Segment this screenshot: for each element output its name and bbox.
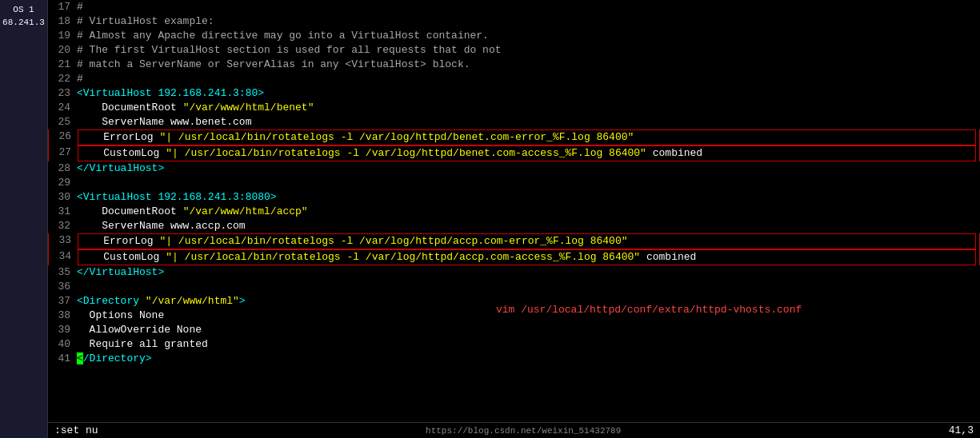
line-number: 23	[48, 86, 77, 101]
line-content: # VirtualHost example:	[77, 14, 980, 29]
line-content: </VirtualHost>	[77, 265, 980, 280]
line-content: <VirtualHost 192.168.241.3:80>	[77, 86, 980, 101]
vim-command: :set nu	[54, 424, 98, 436]
code-line: 41</Directory>	[48, 352, 980, 366]
line-number: 19	[48, 29, 77, 43]
code-line: 33 ErrorLog "| /usr/local/bin/rotatelogs…	[48, 233, 980, 249]
line-content: </Directory>	[77, 352, 980, 366]
code-line: 21# match a ServerName or ServerAlias in…	[48, 58, 980, 72]
line-number: 35	[48, 265, 77, 280]
code-line: 29	[48, 176, 980, 190]
code-line: 35</VirtualHost>	[48, 265, 980, 280]
code-line: 26 ErrorLog "| /usr/local/bin/rotatelogs…	[48, 129, 980, 145]
line-content: ServerName www.accp.com	[77, 219, 980, 233]
code-line: 27 CustomLog "| /usr/local/bin/rotatelog…	[48, 145, 980, 161]
line-number: 37	[48, 294, 77, 309]
line-number: 28	[48, 161, 77, 176]
line-content: #	[77, 0, 980, 14]
line-number: 38	[48, 309, 77, 323]
line-number: 33	[49, 233, 78, 248]
line-number: 30	[48, 190, 77, 205]
line-content: # The first VirtualHost section is used …	[77, 43, 980, 58]
code-line: 19# Almost any Apache directive may go i…	[48, 29, 980, 43]
line-content: ErrorLog "| /usr/local/bin/rotatelogs -l…	[78, 129, 976, 145]
line-content: AllowOverride None	[77, 323, 980, 337]
line-content: DocumentRoot "/var/www/html/accp"	[77, 205, 980, 219]
line-content: ErrorLog "| /usr/local/bin/rotatelogs -l…	[78, 233, 976, 249]
code-area: 17#18# VirtualHost example:19# Almost an…	[48, 0, 980, 438]
left-sidebar: OS 1 68.241.3	[0, 0, 48, 438]
line-number: 29	[48, 176, 77, 190]
line-content: CustomLog "| /usr/local/bin/rotatelogs -…	[78, 249, 976, 265]
line-content: #	[77, 72, 980, 86]
cursor-position: 41,3	[949, 424, 974, 436]
watermark: https://blog.csdn.net/weixin_51432789	[426, 426, 621, 436]
line-number: 31	[48, 205, 77, 219]
code-line: 31 DocumentRoot "/var/www/html/accp"	[48, 205, 980, 219]
code-line: 34 CustomLog "| /usr/local/bin/rotatelog…	[48, 249, 980, 265]
code-line: 22#	[48, 72, 980, 86]
code-line: 17#	[48, 0, 980, 14]
code-line: 18# VirtualHost example:	[48, 14, 980, 29]
line-number: 17	[48, 0, 77, 14]
line-number: 18	[48, 14, 77, 29]
line-number: 25	[48, 115, 77, 129]
line-content	[77, 280, 980, 294]
line-content: ServerName www.benet.com	[77, 115, 980, 129]
line-content: # Almost any Apache directive may go int…	[77, 29, 980, 43]
code-line: 25 ServerName www.benet.com	[48, 115, 980, 129]
line-number: 34	[49, 249, 78, 264]
line-content	[77, 176, 980, 190]
code-line: 24 DocumentRoot "/var/www/html/benet"	[48, 101, 980, 115]
line-content: # match a ServerName or ServerAlias in a…	[77, 58, 980, 72]
line-content: </VirtualHost>	[77, 161, 980, 176]
line-number: 21	[48, 58, 77, 72]
sidebar-os-label: OS 1	[13, 5, 34, 14]
line-number: 26	[49, 129, 78, 144]
code-line: 39 AllowOverride None	[48, 323, 980, 337]
code-line: 32 ServerName www.accp.com	[48, 219, 980, 233]
line-number: 24	[48, 101, 77, 115]
code-line: 28</VirtualHost>	[48, 161, 980, 176]
code-line: 40 Require all granted	[48, 337, 980, 352]
line-number: 22	[48, 72, 77, 86]
line-number: 39	[48, 323, 77, 337]
code-line: 23<VirtualHost 192.168.241.3:80>	[48, 86, 980, 101]
code-line: 30<VirtualHost 192.168.241.3:8080>	[48, 190, 980, 205]
code-line: 20# The first VirtualHost section is use…	[48, 43, 980, 58]
sidebar-ip: 68.241.3	[2, 18, 45, 27]
line-number: 40	[48, 337, 77, 352]
line-content: <VirtualHost 192.168.241.3:8080>	[77, 190, 980, 205]
line-number: 36	[48, 280, 77, 294]
line-content: Require all granted	[77, 337, 980, 352]
line-number: 41	[48, 352, 77, 366]
code-line: 36	[48, 280, 980, 294]
line-number: 20	[48, 43, 77, 58]
line-content: CustomLog "| /usr/local/bin/rotatelogs -…	[78, 145, 976, 161]
line-content: DocumentRoot "/var/www/html/benet"	[77, 101, 980, 115]
editor-container: OS 1 68.241.3 17#18# VirtualHost example…	[0, 0, 980, 438]
line-number: 32	[48, 219, 77, 233]
line-number: 27	[49, 145, 78, 160]
status-bar: :set nu https://blog.csdn.net/weixin_514…	[48, 422, 980, 438]
vim-hint: vim /usr/local/httpd/conf/extra/httpd-vh…	[496, 304, 802, 316]
